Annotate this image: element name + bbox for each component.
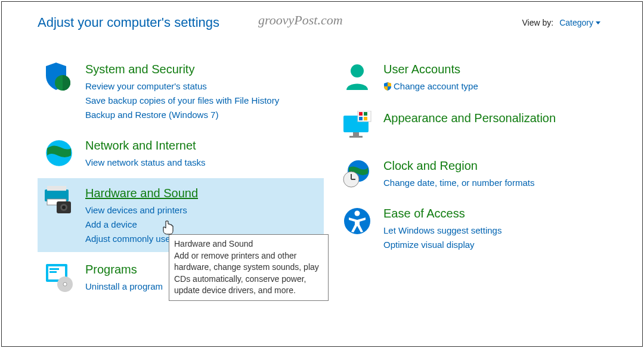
accessibility-icon: [340, 204, 374, 238]
svg-rect-21: [364, 112, 367, 116]
category-network-and-internet: Network and Internet View network status…: [38, 130, 324, 176]
svg-point-8: [62, 206, 66, 209]
uac-shield-icon: [383, 80, 392, 95]
monitor-appearance-icon: [340, 109, 374, 142]
programs-disc-icon: [42, 260, 76, 294]
category-ease-of-access: Ease of Access Let Windows suggest setti…: [336, 198, 622, 258]
link-date-time-formats[interactable]: Change date, time, or number formats: [383, 176, 617, 190]
svg-point-29: [355, 211, 360, 216]
link-suggest-settings[interactable]: Let Windows suggest settings: [383, 223, 617, 238]
svg-rect-22: [359, 117, 363, 120]
printer-hardware-icon: [42, 184, 76, 218]
watermark-text: groovyPost.com: [258, 13, 343, 28]
svg-point-14: [63, 282, 67, 286]
categories-container: System and Security Review your computer…: [38, 54, 624, 302]
svg-rect-18: [349, 136, 363, 138]
category-title-user-accounts[interactable]: User Accounts: [383, 61, 460, 77]
category-clock-region: Clock and Region Change date, time, or n…: [336, 151, 622, 196]
control-panel-window: Adjust your computer's settings View by:…: [1, 1, 643, 347]
svg-rect-4: [47, 186, 66, 191]
svg-rect-11: [49, 268, 59, 270]
right-column: User Accounts Change account type: [336, 54, 622, 302]
viewby-value-text: Category: [559, 18, 593, 27]
view-by-control: View by: Category: [522, 18, 600, 27]
link-change-account-type[interactable]: Change account type: [383, 79, 617, 95]
shield-security-icon: [42, 60, 76, 94]
svg-rect-23: [364, 117, 367, 120]
page-title: Adjust your computer's settings: [38, 15, 219, 30]
svg-rect-17: [353, 132, 359, 136]
category-title-system-security[interactable]: System and Security: [85, 61, 194, 77]
category-title-clock-region[interactable]: Clock and Region: [383, 158, 478, 173]
category-title-hardware[interactable]: Hardware and Sound: [85, 185, 198, 201]
svg-rect-12: [49, 271, 57, 273]
category-title-appearance[interactable]: Appearance and Personalization: [383, 110, 556, 126]
link-add-device[interactable]: Add a device: [85, 218, 319, 232]
category-user-accounts: User Accounts Change account type: [336, 54, 622, 101]
tooltip-body: Add or remove printers and other hardwar…: [174, 251, 319, 296]
tooltip-title: Hardware and Sound: [174, 238, 323, 250]
svg-rect-20: [359, 112, 363, 116]
category-title-ease-of-access[interactable]: Ease of Access: [383, 206, 465, 221]
category-system-and-security: System and Security Review your computer…: [38, 54, 324, 128]
svg-point-15: [351, 64, 364, 77]
globe-network-icon: [42, 136, 76, 170]
link-backup-restore[interactable]: Backup and Restore (Windows 7): [85, 108, 319, 122]
viewby-label: View by:: [522, 18, 554, 27]
link-optimize-display[interactable]: Optimize visual display: [383, 238, 617, 252]
user-accounts-icon: [340, 60, 374, 94]
link-pointer-cursor-icon: [162, 220, 175, 237]
link-devices-printers[interactable]: View devices and printers: [85, 203, 319, 218]
category-title-network[interactable]: Network and Internet: [85, 138, 196, 153]
link-file-history[interactable]: Save backup copies of your files with Fi…: [85, 94, 319, 108]
tooltip-hardware-sound: Hardware and Sound Add or remove printer…: [169, 234, 329, 301]
chevron-down-icon: [596, 21, 600, 24]
viewby-dropdown[interactable]: Category: [559, 18, 600, 27]
clock-globe-icon: [340, 157, 374, 190]
link-network-status[interactable]: View network status and tasks: [85, 156, 319, 170]
link-review-status[interactable]: Review your computer's status: [85, 79, 319, 94]
category-appearance: Appearance and Personalization: [336, 103, 622, 148]
category-title-programs[interactable]: Programs: [85, 262, 137, 277]
